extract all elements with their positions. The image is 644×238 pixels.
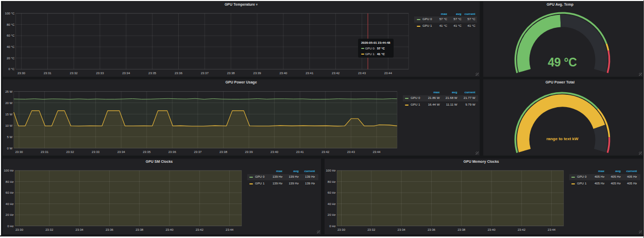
svg-text:20 Hz: 20 Hz — [6, 213, 14, 216]
svg-text:23:30: 23:30 — [337, 228, 346, 231]
svg-text:20 Hz: 20 Hz — [328, 213, 336, 216]
svg-text:40 Hz: 40 Hz — [6, 202, 14, 206]
svg-text:23:42: 23:42 — [332, 72, 340, 75]
svg-text:40 °C: 40 °C — [7, 45, 15, 48]
svg-text:0 W: 0 W — [7, 147, 13, 150]
svg-text:23:42: 23:42 — [518, 228, 526, 231]
svg-text:23:40: 23:40 — [279, 72, 287, 75]
svg-text:100 Hz: 100 Hz — [4, 169, 13, 172]
svg-text:23:38: 23:38 — [457, 228, 466, 231]
svg-text:0 °C: 0 °C — [8, 67, 14, 71]
svg-text:23:41: 23:41 — [296, 150, 304, 154]
svg-text:23:43: 23:43 — [347, 150, 355, 154]
svg-text:23:38: 23:38 — [135, 228, 144, 231]
svg-text:23:38: 23:38 — [219, 150, 228, 154]
svg-text:100 Hz: 100 Hz — [326, 169, 335, 172]
svg-text:23:30: 23:30 — [18, 72, 26, 75]
svg-text:23:34: 23:34 — [76, 228, 84, 231]
svg-text:80 Hz: 80 Hz — [328, 180, 336, 183]
svg-text:23:37: 23:37 — [201, 72, 209, 75]
svg-text:40 Hz: 40 Hz — [328, 202, 336, 206]
svg-text:23:42: 23:42 — [321, 150, 330, 154]
svg-text:60 Hz: 60 Hz — [6, 191, 14, 194]
svg-text:20 °C: 20 °C — [7, 57, 15, 60]
svg-text:15 W: 15 W — [5, 113, 12, 116]
svg-text:23:40: 23:40 — [487, 228, 496, 231]
svg-text:23:32: 23:32 — [70, 72, 78, 75]
svg-text:23:36: 23:36 — [168, 150, 177, 154]
svg-text:23:32: 23:32 — [45, 228, 54, 231]
svg-text:60 °C: 60 °C — [7, 34, 15, 37]
svg-text:5 W: 5 W — [7, 135, 13, 139]
svg-text:0 Hz: 0 Hz — [7, 225, 13, 228]
svg-text:49 °C: 49 °C — [548, 56, 577, 69]
svg-text:23:44: 23:44 — [372, 150, 381, 154]
svg-text:23:32: 23:32 — [367, 228, 376, 231]
svg-text:80 °C: 80 °C — [7, 23, 15, 26]
svg-text:23:34: 23:34 — [117, 150, 126, 154]
svg-text:23:34: 23:34 — [122, 72, 130, 75]
svg-text:23:44: 23:44 — [384, 72, 393, 75]
svg-text:23:39: 23:39 — [253, 72, 262, 75]
svg-text:23:34: 23:34 — [398, 228, 406, 231]
svg-text:23:33: 23:33 — [96, 72, 104, 75]
svg-text:23:35: 23:35 — [148, 72, 157, 75]
svg-text:10 W: 10 W — [5, 124, 12, 127]
svg-text:23:32: 23:32 — [66, 150, 74, 154]
svg-text:23:44: 23:44 — [548, 228, 556, 231]
svg-text:23:41: 23:41 — [306, 72, 314, 75]
svg-text:23:36: 23:36 — [175, 72, 183, 75]
svg-text:23:38: 23:38 — [227, 72, 235, 75]
svg-text:20 W: 20 W — [5, 101, 12, 105]
svg-text:23:42: 23:42 — [196, 228, 204, 231]
svg-text:80 Hz: 80 Hz — [6, 180, 14, 183]
svg-text:23:33: 23:33 — [92, 150, 100, 154]
svg-text:23:43: 23:43 — [358, 72, 366, 75]
svg-text:23:37: 23:37 — [194, 150, 202, 154]
svg-text:23:35: 23:35 — [143, 150, 151, 154]
svg-text:25 W: 25 W — [5, 90, 12, 93]
svg-text:23:39: 23:39 — [245, 150, 253, 154]
svg-text:23:40: 23:40 — [270, 150, 279, 154]
svg-text:23:36: 23:36 — [106, 228, 114, 231]
svg-text:23:31: 23:31 — [41, 150, 49, 154]
svg-text:23:44: 23:44 — [226, 228, 234, 231]
svg-text:23:30: 23:30 — [15, 228, 24, 231]
svg-text:60 Hz: 60 Hz — [328, 191, 336, 194]
svg-text:23:36: 23:36 — [428, 228, 436, 231]
svg-text:range to text kW: range to text kW — [546, 137, 579, 141]
svg-text:23:40: 23:40 — [165, 228, 174, 231]
svg-text:23:30: 23:30 — [15, 150, 23, 154]
svg-text:0 Hz: 0 Hz — [329, 225, 335, 228]
svg-text:23:31: 23:31 — [44, 72, 52, 75]
svg-text:100 °C: 100 °C — [5, 12, 15, 15]
